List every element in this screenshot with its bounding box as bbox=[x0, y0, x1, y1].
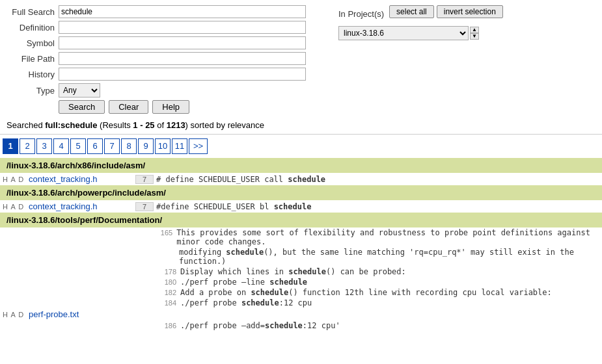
history-input[interactable] bbox=[59, 68, 306, 81]
snippet-2: #define SCHEDULE_USER bl schedule bbox=[156, 202, 311, 211]
in-project-label: In Project(s) bbox=[338, 9, 384, 19]
definition-input[interactable] bbox=[59, 21, 306, 34]
spinner-up[interactable]: ▲ bbox=[470, 27, 479, 33]
full-search-label: Full Search bbox=[7, 7, 59, 17]
had-label-2: H A D bbox=[3, 203, 29, 211]
pagination: 1 2 3 4 5 6 7 8 9 10 11 >> bbox=[0, 135, 602, 158]
doc-linenum-184: 184 bbox=[153, 299, 176, 307]
doc-line-cont: modifying schedule(), but the same line … bbox=[0, 247, 602, 266]
page-9[interactable]: 9 bbox=[138, 138, 154, 154]
search-summary: Searched full:schedule (Results 1 - 25 o… bbox=[0, 116, 602, 135]
project-spinner: ▲ ▼ bbox=[470, 27, 479, 40]
page-10[interactable]: 10 bbox=[155, 138, 171, 154]
definition-label: Definition bbox=[7, 23, 59, 32]
summary-total: 1213 bbox=[167, 120, 185, 130]
project-panel: In Project(s) select all invert selectio… bbox=[325, 5, 602, 114]
doc-line-165: 165 This provides some sort of flexibili… bbox=[0, 228, 602, 247]
doc-code-165: This provides some sort of flexibility a… bbox=[176, 228, 602, 246]
results: /linux-3.18.6/arch/x86/include/asm/ H A … bbox=[0, 158, 602, 331]
dir-row-2: /linux-3.18.6/arch/powerpc/include/asm/ bbox=[0, 185, 602, 200]
select-all-button[interactable]: select all bbox=[389, 5, 434, 18]
summary-of: of bbox=[155, 120, 167, 130]
doc-row-3: 165 This provides some sort of flexibili… bbox=[0, 228, 602, 308]
full-search-input[interactable] bbox=[59, 5, 306, 18]
line-num-2: 7 bbox=[135, 202, 154, 211]
search-button[interactable]: Search bbox=[59, 100, 105, 114]
history-label: History bbox=[7, 70, 59, 79]
doc-code-182: Add a probe on schedule() function 12th … bbox=[180, 288, 552, 297]
doc-linenum-180: 180 bbox=[153, 278, 176, 286]
doc-linenum-165: 165 bbox=[153, 229, 172, 237]
page-6[interactable]: 6 bbox=[87, 138, 103, 154]
project-buttons: select all invert selection bbox=[389, 5, 503, 18]
filename-3[interactable]: perf-probe.txt bbox=[29, 309, 133, 319]
filename-1[interactable]: context_tracking.h bbox=[29, 174, 133, 184]
doc-line-180: 180 ./perf probe —line schedule bbox=[0, 277, 602, 287]
doc-code-184: ./perf probe schedule:12 cpu bbox=[180, 298, 312, 307]
line-num-1: 7 bbox=[135, 175, 154, 184]
file-row-2: H A D context_tracking.h 7 #define SCHED… bbox=[0, 200, 602, 213]
doc-linenum-186: 186 bbox=[153, 322, 176, 330]
doc-line-182: 182 Add a probe on schedule() function 1… bbox=[0, 287, 602, 298]
page-11[interactable]: 11 bbox=[172, 138, 187, 154]
file-row-3: H A D perf-probe.txt bbox=[0, 308, 602, 320]
filepath-input[interactable] bbox=[59, 52, 306, 65]
page-2[interactable]: 2 bbox=[20, 138, 35, 154]
dir-row-3: /linux-3.18.6/tools/perf/Documentation/ bbox=[0, 213, 602, 228]
doc-line-186: 186 ./perf probe —add=schedule:12 cpu' bbox=[0, 320, 602, 331]
page-3[interactable]: 3 bbox=[36, 138, 52, 154]
doc-line-184: 184 ./perf probe schedule:12 cpu bbox=[0, 298, 602, 308]
page-8[interactable]: 8 bbox=[121, 138, 137, 154]
doc-linenum-178: 178 bbox=[153, 268, 176, 276]
filename-2[interactable]: context_tracking.h bbox=[29, 202, 133, 211]
doc-code-180: ./perf probe —line schedule bbox=[180, 278, 307, 287]
invert-selection-button[interactable]: invert selection bbox=[437, 5, 503, 18]
project-select[interactable]: linux-3.18.6 bbox=[338, 26, 469, 40]
clear-button[interactable]: Clear bbox=[109, 100, 148, 114]
search-form: Full Search Definition Symbol File Path … bbox=[0, 5, 325, 114]
doc-linenum-182: 182 bbox=[153, 289, 176, 296]
symbol-label: Symbol bbox=[7, 38, 59, 48]
page-4[interactable]: 4 bbox=[53, 138, 69, 154]
had-label-3: H A D bbox=[3, 311, 29, 318]
page-7[interactable]: 7 bbox=[104, 138, 120, 154]
file-row-1: H A D context_tracking.h 7 # define SCHE… bbox=[0, 173, 602, 185]
dir-row-1: /linux-3.18.6/arch/x86/include/asm/ bbox=[0, 158, 602, 173]
summary-prefix: Searched bbox=[7, 120, 45, 130]
doc-code-cont: modifying schedule(), but the same line … bbox=[179, 248, 602, 266]
summary-middle: (Results bbox=[97, 120, 133, 130]
doc-code-186: ./perf probe —add=schedule:12 cpu' bbox=[180, 321, 340, 330]
type-select[interactable]: Any C C++ Java Python bbox=[59, 83, 100, 98]
symbol-input[interactable] bbox=[59, 36, 306, 49]
summary-range: 1 - 25 bbox=[133, 120, 154, 130]
help-button[interactable]: Help bbox=[152, 100, 189, 114]
snippet-1: # define SCHEDULE_USER call schedule bbox=[156, 175, 325, 184]
doc-line-178: 178 Display which lines in schedule() ca… bbox=[0, 266, 602, 277]
summary-suffix: ) sorted by relevance bbox=[185, 120, 264, 130]
had-label-1: H A D bbox=[3, 176, 29, 183]
filepath-label: File Path bbox=[7, 54, 59, 64]
page-next[interactable]: >> bbox=[189, 138, 208, 154]
type-label: Type bbox=[7, 86, 59, 96]
page-5[interactable]: 5 bbox=[70, 138, 86, 154]
page-1[interactable]: 1 bbox=[3, 138, 18, 154]
spinner-down[interactable]: ▼ bbox=[470, 33, 479, 40]
doc-code-178: Display which lines in schedule() can be… bbox=[180, 267, 406, 276]
summary-query: full:schedule bbox=[45, 120, 97, 130]
